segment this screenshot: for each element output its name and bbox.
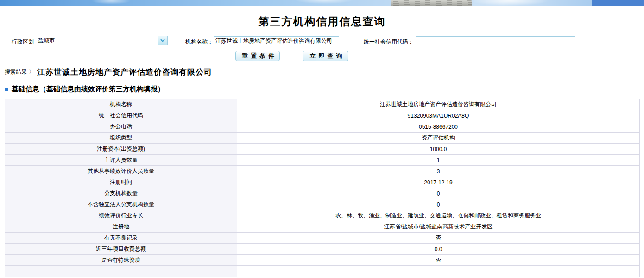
info-value-cell: 否 (237, 233, 640, 244)
info-label-cell: 主评人员数量 (5, 155, 237, 166)
info-value-cell: 0 (237, 188, 640, 199)
info-value-cell: 0 (237, 199, 640, 210)
info-label-cell: 有无不良记录 (5, 233, 237, 244)
info-value-cell: 1000.0 (237, 144, 640, 155)
table-row: 不含独立法人分支机构数量0 (5, 199, 640, 210)
info-label-cell: 组织类型 (5, 133, 237, 144)
info-label-cell: 注册地 (5, 221, 237, 233)
info-label-cell: 注册时间 (5, 177, 237, 188)
table-row: 办公电话0515-88667200 (5, 121, 640, 133)
org-name-input[interactable] (214, 36, 339, 45)
info-label-cell: 统一社会信用代码 (5, 110, 237, 121)
table-row: 统一社会信用代码91320903MA1UR02A8Q (5, 110, 640, 121)
region-label: 行政区划： (12, 38, 39, 46)
info-label-cell: 是否有特殊资质 (5, 255, 237, 266)
query-button[interactable]: 立即查询 (303, 51, 348, 61)
info-value-cell: 0515-88667200 (237, 121, 640, 133)
breadcrumb-separator: 〉 (29, 68, 34, 76)
table-row: 主评人员数量1 (5, 155, 640, 166)
table-row: 近三年项目收费总额0.0 (5, 244, 640, 255)
top-banner-image (0, 0, 644, 6)
region-select[interactable]: 盐城市 (36, 36, 168, 45)
basic-info-table: 机构名称江苏世诚土地房地产资产评估造价咨询有限公司统一社会信用代码9132090… (5, 99, 640, 277)
table-row: 其他从事绩效评价人员数量3 (5, 166, 640, 177)
table-row: 注册地江苏省/盐城市/盐城盐南高新技术产业开发区 (5, 221, 640, 233)
info-label-cell: 不含独立法人分支机构数量 (5, 199, 237, 210)
info-label-cell: 机构名称 (5, 99, 237, 110)
info-value-cell: 0.0 (237, 244, 640, 255)
info-label-cell: 近三年项目收费总额 (5, 244, 237, 255)
stone-photo-fragment (391, 0, 472, 6)
section-title: 基础信息（基础信息由绩效评价第三方机构填报） (12, 85, 164, 94)
info-value-cell: 资产评估机构 (237, 133, 640, 144)
info-value-cell: 3 (237, 166, 640, 177)
info-value-cell: 91320903MA1UR02A8Q (237, 110, 640, 121)
page: 第三方机构信用信息查询 行政区划： 盐城市 机构名称： 统一社会信用代码： 重置… (0, 0, 644, 278)
section-header: 基础信息（基础信息由绩效评价第三方机构填报） (5, 85, 164, 94)
banner-blue-block (592, 0, 644, 6)
info-label-cell: 其他从事绩效评价人员数量 (5, 166, 237, 177)
info-label-cell: 办公电话 (5, 121, 237, 133)
table-row: 有无不良记录否 (5, 233, 640, 244)
table-row: 组织类型资产评估机构 (5, 133, 640, 144)
basic-info-table-body: 机构名称江苏世诚土地房地产资产评估造价咨询有限公司统一社会信用代码9132090… (5, 99, 640, 277)
square-bullet-icon (5, 88, 8, 91)
chevron-down-icon[interactable] (158, 36, 167, 45)
info-value-cell: 2017-12-19 (237, 177, 640, 188)
breadcrumb-search-results-link[interactable]: 搜索结果 (5, 68, 27, 76)
info-value-cell: 否 (237, 255, 640, 266)
table-row: 分支机构数量0 (5, 188, 640, 199)
table-row: 是否有特殊资质否 (5, 255, 640, 266)
table-row-partial (5, 266, 640, 277)
reset-button[interactable]: 重置条件 (235, 51, 280, 61)
credit-code-input[interactable] (416, 36, 575, 45)
info-label-cell: 分支机构数量 (5, 188, 237, 199)
info-value-cell: 农、林、牧、渔业、制造业、建筑业、交通运输、仓储和邮政业、租赁和商务服务业 (237, 210, 640, 221)
table-row: 机构名称江苏世诚土地房地产资产评估造价咨询有限公司 (5, 99, 640, 110)
breadcrumb: 搜索结果 〉 江苏世诚土地房地产资产评估造价咨询有限公司 (5, 67, 212, 77)
info-value-cell (237, 266, 640, 277)
breadcrumb-current-company: 江苏世诚土地房地产资产评估造价咨询有限公司 (37, 67, 212, 77)
info-value-cell: 江苏世诚土地房地产资产评估造价咨询有限公司 (237, 99, 640, 110)
info-value-cell: 1 (237, 155, 640, 166)
region-select-value: 盐城市 (36, 37, 158, 44)
info-label-cell: 注册资本(出资总额) (5, 144, 237, 155)
credit-code-label: 统一社会信用代码： (364, 38, 414, 46)
table-row: 注册资本(出资总额)1000.0 (5, 144, 640, 155)
page-title: 第三方机构信用信息查询 (0, 14, 644, 29)
info-label-cell: 绩效评价行业专长 (5, 210, 237, 221)
info-value-cell: 江苏省/盐城市/盐城盐南高新技术产业开发区 (237, 221, 640, 233)
org-name-label: 机构名称： (185, 38, 213, 46)
table-row: 注册时间2017-12-19 (5, 177, 640, 188)
table-row: 绩效评价行业专长农、林、牧、渔业、制造业、建筑业、交通运输、仓储和邮政业、租赁和… (5, 210, 640, 221)
info-label-cell (5, 266, 237, 277)
